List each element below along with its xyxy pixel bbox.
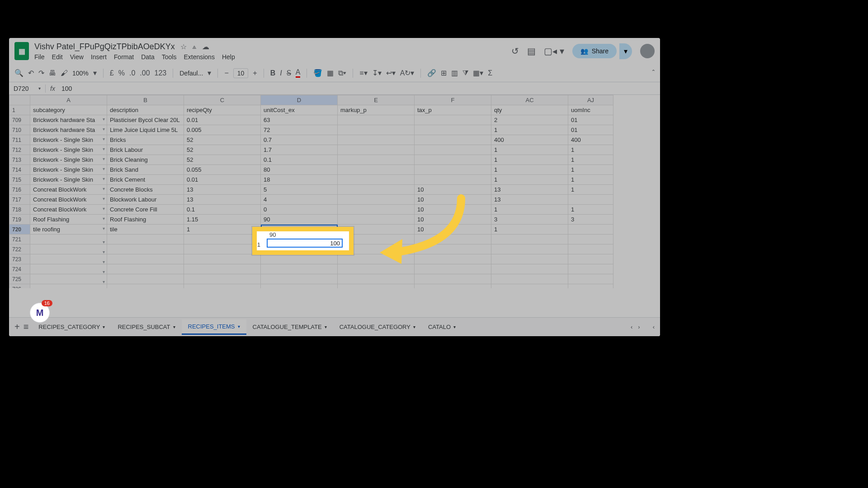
menu-edit[interactable]: Edit: [52, 53, 63, 61]
row-header[interactable]: 720: [9, 225, 30, 235]
cell[interactable]: [568, 244, 613, 254]
cell[interactable]: 1: [568, 155, 613, 165]
active-cell-editor[interactable]: 100: [267, 239, 343, 248]
collapse-toolbar-icon[interactable]: ˆ: [652, 69, 655, 77]
cell[interactable]: 1: [491, 125, 568, 135]
col-header-B[interactable]: B: [107, 95, 184, 105]
row-header[interactable]: 719: [9, 215, 30, 225]
cell[interactable]: 01: [568, 115, 613, 125]
col-header-C[interactable]: C: [184, 95, 261, 105]
cell[interactable]: 0.01: [184, 115, 261, 125]
currency-icon[interactable]: £: [110, 69, 114, 77]
cell[interactable]: 1: [568, 175, 613, 185]
rotate-icon[interactable]: A↻▾: [400, 69, 415, 77]
strike-icon[interactable]: S̶: [287, 69, 291, 77]
add-sheet-button[interactable]: +: [14, 322, 20, 332]
cell[interactable]: [338, 155, 415, 165]
row-header[interactable]: 714: [9, 165, 30, 175]
sheet-tab[interactable]: CATALOGUE_TEMPLATE▾: [246, 319, 333, 335]
row-header[interactable]: 709: [9, 115, 30, 125]
borders-icon[interactable]: ▦: [327, 69, 334, 77]
cell[interactable]: [491, 254, 568, 264]
cell[interactable]: Brick Labour: [107, 145, 184, 155]
col-header-AC[interactable]: AC: [491, 95, 568, 105]
cell[interactable]: 1: [568, 205, 613, 215]
more-formats-icon[interactable]: 123: [155, 69, 167, 77]
cell[interactable]: Brickwork - Single Skin: [30, 165, 107, 175]
bold-icon[interactable]: B: [270, 69, 276, 77]
font-increase-icon[interactable]: +: [253, 69, 257, 77]
name-box[interactable]: D720▾: [9, 85, 45, 92]
header-cell[interactable]: description: [107, 105, 184, 115]
cell[interactable]: [261, 264, 338, 274]
cell[interactable]: 13: [184, 195, 261, 205]
row-header[interactable]: 722: [9, 244, 30, 254]
decimal-decrease-icon[interactable]: .0: [129, 69, 135, 77]
cell[interactable]: Concrete Blocks: [107, 185, 184, 195]
row-header[interactable]: 715: [9, 175, 30, 185]
cell[interactable]: Plasticiser Bycol Clear 20L: [107, 115, 184, 125]
tabs-scroll-left-icon[interactable]: ‹: [631, 324, 632, 330]
cell[interactable]: 0.055: [184, 165, 261, 175]
cell[interactable]: [415, 125, 491, 135]
cell[interactable]: [30, 264, 107, 274]
cell[interactable]: [491, 274, 568, 284]
cell[interactable]: 1: [184, 225, 261, 235]
row-header[interactable]: 726: [9, 284, 30, 289]
comments-icon[interactable]: ▤: [527, 46, 536, 56]
row-header[interactable]: 712: [9, 145, 30, 155]
cell[interactable]: [415, 284, 491, 289]
cell[interactable]: Concreat BlockWork: [30, 205, 107, 215]
cell[interactable]: 0.1: [261, 155, 338, 165]
cell[interactable]: [30, 284, 107, 289]
col-header-E[interactable]: E: [338, 95, 415, 105]
header-cell[interactable]: recipeQty: [184, 105, 261, 115]
sheet-tab[interactable]: RECIPES_ITEMS▾: [182, 319, 246, 335]
cell[interactable]: [338, 135, 415, 145]
cell[interactable]: 1: [568, 185, 613, 195]
side-panel-toggle-icon[interactable]: ‹: [653, 324, 655, 330]
row-header[interactable]: 713: [9, 155, 30, 165]
cell[interactable]: [338, 115, 415, 125]
cell[interactable]: 52: [184, 145, 261, 155]
cell[interactable]: Concreat BlockWork: [30, 185, 107, 195]
cell[interactable]: [568, 254, 613, 264]
cell[interactable]: 1: [491, 145, 568, 155]
menu-data[interactable]: Data: [141, 53, 155, 61]
cell[interactable]: Blockwork Labour: [107, 195, 184, 205]
cell[interactable]: 1.7: [261, 145, 338, 155]
all-sheets-button[interactable]: ≡: [24, 322, 29, 332]
cell[interactable]: [30, 235, 107, 244]
cell[interactable]: [107, 264, 184, 274]
cell[interactable]: [107, 244, 184, 254]
cell[interactable]: 13: [491, 185, 568, 195]
cell[interactable]: [184, 264, 261, 274]
cell[interactable]: 80: [261, 165, 338, 175]
cell[interactable]: 1: [568, 165, 613, 175]
cell[interactable]: 1.15: [184, 215, 261, 225]
decimal-increase-icon[interactable]: .00: [140, 69, 150, 77]
cell[interactable]: Brick Sand: [107, 165, 184, 175]
cell[interactable]: [338, 125, 415, 135]
cell[interactable]: 400: [568, 135, 613, 145]
cell[interactable]: 1: [491, 175, 568, 185]
cell[interactable]: 52: [184, 135, 261, 145]
cell[interactable]: [30, 274, 107, 284]
cell[interactable]: [491, 235, 568, 244]
cell[interactable]: [568, 284, 613, 289]
row-header[interactable]: 718: [9, 205, 30, 215]
merge-icon[interactable]: ⧉▾: [338, 69, 346, 77]
cell[interactable]: tile roofing: [30, 225, 107, 235]
text-color-icon[interactable]: A: [296, 68, 301, 78]
print-icon[interactable]: 🖶: [49, 69, 56, 77]
cell[interactable]: 1: [568, 145, 613, 155]
search-icon[interactable]: 🔍: [14, 69, 24, 77]
share-button[interactable]: 👥 Share: [572, 44, 617, 58]
cell[interactable]: 72: [261, 125, 338, 135]
cell[interactable]: 0.01: [184, 175, 261, 185]
cell[interactable]: [107, 284, 184, 289]
cell[interactable]: 1: [491, 165, 568, 175]
cell[interactable]: 1: [491, 205, 568, 215]
account-avatar[interactable]: [640, 44, 655, 58]
history-icon[interactable]: ↺: [511, 46, 519, 56]
